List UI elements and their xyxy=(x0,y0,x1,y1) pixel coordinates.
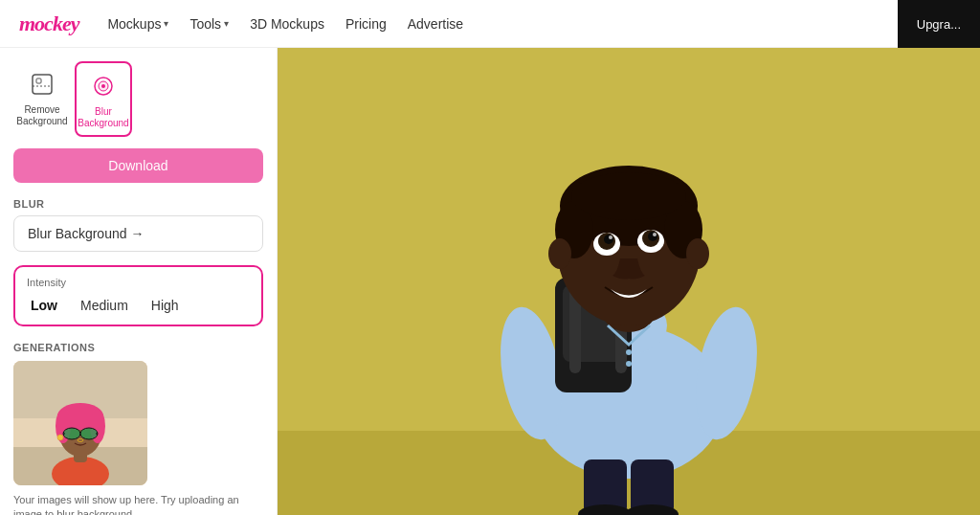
remove-background-tool[interactable]: RemoveBackground xyxy=(13,61,71,137)
svg-point-46 xyxy=(648,232,657,241)
blur-bg-label: BlurBackground xyxy=(78,106,128,129)
nav-tools[interactable]: Tools ▾ xyxy=(189,16,229,32)
svg-point-15 xyxy=(63,428,80,439)
blur-section-label: BLUR xyxy=(13,198,263,210)
svg-point-5 xyxy=(101,84,105,88)
svg-point-50 xyxy=(626,361,632,367)
preview-area xyxy=(278,48,980,515)
svg-point-47 xyxy=(609,235,612,239)
intensity-high[interactable]: High xyxy=(147,296,183,315)
svg-point-20 xyxy=(57,435,63,440)
blur-background-tool[interactable]: BlurBackground xyxy=(75,61,132,137)
svg-point-45 xyxy=(604,235,613,244)
nav-3d-mockups[interactable]: 3D Mockups xyxy=(250,16,324,32)
main-layout: RemoveBackground BlurBackground Download… xyxy=(0,48,980,515)
svg-point-48 xyxy=(653,233,657,236)
intensity-options: Low Medium High xyxy=(27,296,250,315)
blur-bg-icon xyxy=(86,69,121,103)
svg-point-38 xyxy=(571,172,686,220)
main-nav: Mockups ▾ Tools ▾ 3D Mockups Pricing Adv… xyxy=(107,16,961,32)
generations-label: GENERATIONS xyxy=(13,342,263,353)
intensity-medium[interactable]: Medium xyxy=(77,296,132,315)
svg-point-49 xyxy=(626,349,632,355)
generations-section: GENERATIONS xyxy=(13,338,263,515)
nav-advertise[interactable]: Advertise xyxy=(408,16,463,32)
intensity-label: Intensity xyxy=(27,277,250,288)
upgrade-button[interactable]: Upgra... xyxy=(898,0,980,48)
blur-background-button[interactable]: Blur Background → xyxy=(13,215,263,252)
nav-mockups[interactable]: Mockups ▾ xyxy=(107,16,168,32)
header: mockey Mockups ▾ Tools ▾ 3D Mockups Pric… xyxy=(0,0,980,48)
svg-point-40 xyxy=(686,238,709,269)
nav-pricing[interactable]: Pricing xyxy=(345,16,387,32)
remove-bg-label: RemoveBackground xyxy=(16,104,67,127)
svg-rect-1 xyxy=(36,78,41,83)
tools-row: RemoveBackground BlurBackground xyxy=(13,61,263,137)
logo[interactable]: mockey xyxy=(19,11,78,36)
blur-section: BLUR Blur Background → xyxy=(13,198,263,252)
intensity-selector: Intensity Low Medium High xyxy=(13,265,263,326)
chevron-down-icon: ▾ xyxy=(164,18,168,29)
download-button[interactable]: Download xyxy=(13,148,263,183)
chevron-down-icon: ▾ xyxy=(224,18,229,29)
sidebar: RemoveBackground BlurBackground Download… xyxy=(0,48,278,515)
remove-bg-icon xyxy=(25,67,59,101)
generation-thumbnail[interactable] xyxy=(13,361,147,485)
generation-hint: Your images will show up here. Try uploa… xyxy=(13,493,263,515)
svg-rect-0 xyxy=(33,75,52,94)
intensity-low[interactable]: Low xyxy=(27,296,61,315)
svg-point-39 xyxy=(548,238,571,269)
svg-point-16 xyxy=(80,428,98,439)
